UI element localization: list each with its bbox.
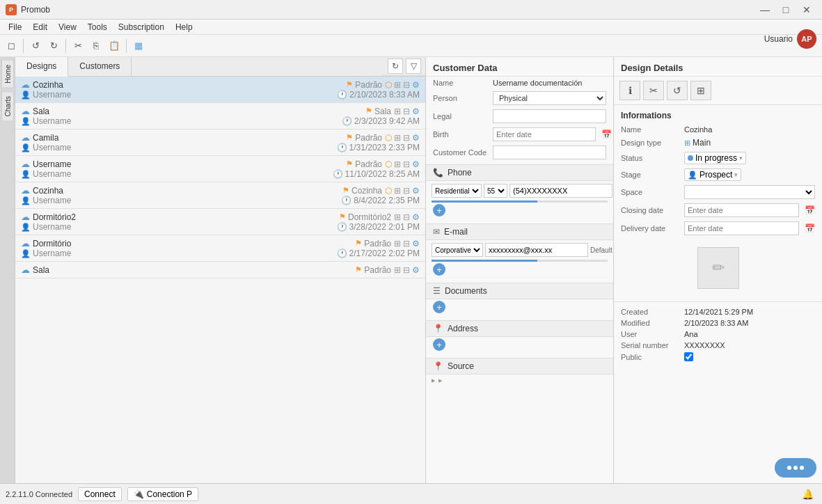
email-type-select[interactable]: Corporative Personal (432, 243, 483, 257)
toolbar-redo[interactable]: ↻ (45, 38, 62, 54)
bell-icon[interactable]: 🔔 (802, 489, 814, 500)
action-icon-2[interactable]: ⊟ (403, 107, 410, 116)
design-item[interactable]: ☁ Username ⚑ Padrão ⬡ ⊞ ⊟ ⚙ (15, 156, 425, 182)
source-header[interactable]: 📍 Source (426, 358, 613, 375)
phone-header[interactable]: 📞 Phone (426, 164, 613, 181)
documents-header[interactable]: ☰ Documents (426, 283, 613, 299)
person-label: Person (433, 94, 489, 102)
template-icon: ⚑ (342, 186, 349, 195)
minimize-button[interactable]: — (755, 2, 775, 17)
main-layout: Home Charts Designs Customers ↻ ▽ ☁ Cozi… (0, 57, 822, 504)
calendar-icon[interactable]: 📅 (601, 129, 612, 139)
design-item[interactable]: ☁ Dormitório2 ⚑ Dormitório2 ⊞ ⊟ ⚙ (15, 209, 425, 235)
design-item[interactable]: ☁ Cozinha ⚑ Padrão ⬡ ⊞ ⊟ ⚙ (15, 77, 425, 103)
design-item[interactable]: ☁ Cozinha ⚑ Cozinha ⬡ ⊞ ⊟ ⚙ (15, 182, 425, 209)
action-icon-3[interactable]: ⊟ (403, 133, 410, 143)
delivery-date-input[interactable] (684, 221, 799, 235)
action-icon-3[interactable]: ⚙ (412, 265, 420, 275)
menu-file[interactable]: File (3, 21, 27, 33)
menu-subscription[interactable]: Subscription (113, 21, 170, 33)
action-icon-1[interactable]: ⊞ (394, 265, 401, 275)
maximize-button[interactable]: □ (776, 2, 796, 17)
status-badge[interactable]: In progress ▾ (684, 152, 746, 164)
toolbar-copy[interactable]: ⎘ (88, 38, 104, 54)
toolbar-undo[interactable]: ↺ (27, 38, 44, 54)
action-icon-1[interactable]: ⊞ (394, 107, 401, 116)
design-item[interactable]: ☁ Sala ⚑ Padrão ⊞ ⊟ ⚙ (15, 262, 425, 278)
action-icon-1[interactable]: ⬡ (385, 80, 392, 90)
tab-customers[interactable]: Customers (68, 57, 132, 76)
customer-code-input[interactable] (493, 145, 606, 159)
phone-code-select[interactable]: 55 (484, 184, 507, 198)
public-checkbox[interactable] (684, 352, 693, 361)
toolbar-cut[interactable]: ✂ (70, 38, 86, 54)
toolbar-paste[interactable]: 📋 (106, 38, 122, 54)
closing-date-input[interactable] (684, 203, 799, 217)
action-icon-1[interactable]: ⊞ (394, 239, 401, 249)
action-icon-3[interactable]: ⊟ (403, 186, 410, 196)
space-select[interactable] (684, 185, 815, 199)
action-icon-2[interactable]: ⊞ (394, 80, 401, 90)
close-button[interactable]: ✕ (797, 2, 816, 17)
menu-help[interactable]: Help (170, 21, 198, 33)
menu-tools[interactable]: Tools (82, 21, 113, 33)
phone-number-input[interactable] (509, 184, 612, 198)
details-reset-button[interactable]: ↺ (667, 81, 688, 100)
add-address-button[interactable]: + (433, 338, 445, 351)
action-icon-2[interactable]: ⊞ (394, 159, 401, 169)
connect-tab[interactable]: Connect (78, 487, 122, 501)
action-icon-4[interactable]: ⚙ (412, 80, 420, 90)
filter-button[interactable]: ▽ (406, 58, 421, 74)
add-phone-button[interactable]: + (433, 204, 445, 216)
closing-calendar-icon[interactable]: 📅 (805, 205, 815, 215)
action-icon-4[interactable]: ⚙ (412, 133, 420, 143)
address-header[interactable]: 📍 Address (426, 320, 613, 337)
email-input[interactable] (485, 243, 588, 257)
action-icon-3[interactable]: ⚙ (412, 239, 420, 249)
email-header[interactable]: ✉ E-mail (426, 223, 613, 240)
legal-input[interactable] (493, 109, 606, 123)
source-expand-icon[interactable]: ▸ (432, 376, 436, 385)
delivery-calendar-icon[interactable]: 📅 (805, 223, 815, 233)
modified-row: Modified 2/10/2023 8:33 AM (621, 317, 815, 329)
action-icon-1[interactable]: ⬡ (385, 159, 392, 169)
sidebar-tab-home[interactable]: Home (1, 60, 14, 88)
person-select[interactable]: Physical Legal (493, 91, 606, 105)
design-item[interactable]: ☁ Sala ⚑ Sala ⊞ ⊟ ⚙ (15, 103, 425, 129)
action-icon-1[interactable]: ⊞ (394, 212, 401, 222)
refresh-button[interactable]: ↻ (388, 58, 403, 74)
action-icon-2[interactable]: ⊟ (403, 212, 410, 222)
sidebar-tab-charts[interactable]: Charts (1, 91, 14, 121)
action-icon-2[interactable]: ⊞ (394, 133, 401, 143)
action-icon-3[interactable]: ⚙ (412, 107, 420, 116)
action-icon-4[interactable]: ⚙ (412, 186, 420, 196)
details-grid-button[interactable]: ⊞ (690, 81, 711, 100)
action-icon-2[interactable]: ⊞ (394, 186, 401, 196)
tab-designs[interactable]: Designs (15, 57, 68, 77)
chat-button[interactable] (775, 458, 816, 478)
action-icon-1[interactable]: ⬡ (385, 133, 392, 143)
action-icon-3[interactable]: ⊟ (403, 80, 410, 90)
menu-edit[interactable]: Edit (27, 21, 53, 33)
design-template: ⚑ Cozinha (342, 186, 382, 196)
design-item[interactable]: ☁ Dormitório ⚑ Padrão ⊞ ⊟ ⚙ (15, 235, 425, 262)
menu-view[interactable]: View (53, 21, 82, 33)
toolbar-btn-1[interactable]: ◻ (3, 38, 19, 54)
action-icon-3[interactable]: ⊟ (403, 159, 410, 169)
design-item[interactable]: ☁ Camila ⚑ Padrão ⬡ ⊞ ⊟ ⚙ (15, 129, 425, 156)
action-icon-2[interactable]: ⊟ (403, 265, 410, 275)
toolbar-grid[interactable]: ▦ (130, 38, 147, 54)
details-info-button[interactable]: ℹ (619, 81, 640, 100)
stage-badge[interactable]: 👤 Prospect ▾ (684, 168, 741, 181)
action-icon-3[interactable]: ⚙ (412, 212, 420, 222)
connection-p-tab[interactable]: 🔌 Conection P (127, 487, 198, 501)
action-icon-2[interactable]: ⊟ (403, 239, 410, 249)
add-document-button[interactable]: + (433, 301, 445, 313)
phone-type-select[interactable]: Residential Mobile Work (432, 184, 482, 198)
action-icon-1[interactable]: ⬡ (385, 186, 392, 196)
details-scissors-button[interactable]: ✂ (643, 81, 664, 100)
add-email-button[interactable]: + (433, 263, 445, 276)
action-icon-4[interactable]: ⚙ (412, 159, 420, 169)
separator-2 (65, 39, 66, 53)
birth-input[interactable] (493, 127, 596, 141)
